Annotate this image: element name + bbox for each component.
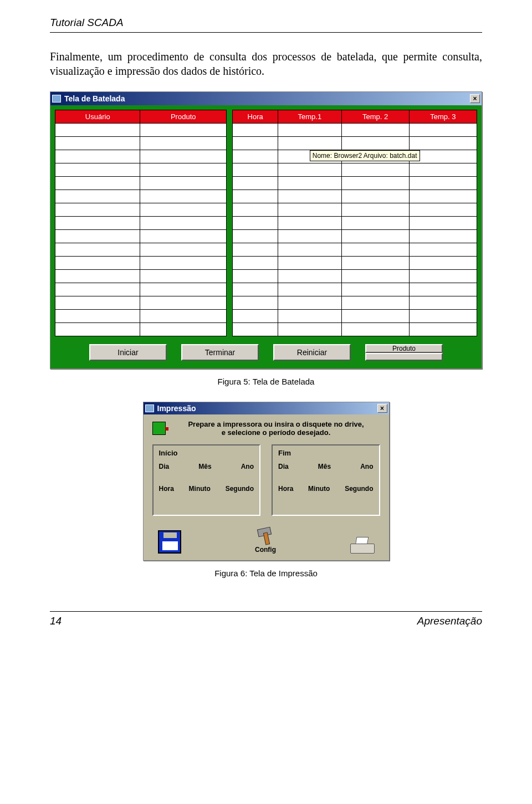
figure5-caption: Figura 5: Tela de Batelada xyxy=(50,377,482,386)
table-row xyxy=(55,150,227,163)
window-title: Impressão xyxy=(157,404,196,413)
inicio-group: Início Dia Mês Ano Hora Minuto Segundo xyxy=(152,444,261,516)
table-row xyxy=(55,270,227,283)
table-row xyxy=(55,230,227,243)
figure6-caption: Figura 6: Tela de Impressão xyxy=(50,569,482,578)
mes-label: Mês xyxy=(318,463,331,470)
window-title: Tela de Batelada xyxy=(64,94,125,103)
terminar-button[interactable]: Terminar xyxy=(181,344,259,361)
inicio-label: Início xyxy=(159,449,254,457)
produto-label: Produto xyxy=(365,344,443,353)
tela-batelada-window: Tela de Batelada × Usuário Produto xyxy=(50,91,482,369)
table-row xyxy=(55,137,227,150)
table-row xyxy=(233,163,477,177)
table-row xyxy=(233,203,477,217)
table-row: Nome: Browser2 Arquivo: batch.dat xyxy=(233,150,477,163)
ano-label: Ano xyxy=(360,463,373,470)
config-label: Config xyxy=(255,546,276,554)
minuto-label: Minuto xyxy=(308,485,330,493)
footer-section: Apresentação xyxy=(417,615,482,627)
window-icon xyxy=(52,95,61,103)
table-row xyxy=(233,124,477,137)
col-temp2[interactable]: Temp. 2 xyxy=(341,110,409,124)
segundo-label: Segundo xyxy=(226,485,254,493)
table-row xyxy=(55,243,227,257)
col-produto[interactable]: Produto xyxy=(140,110,227,124)
table-row xyxy=(55,124,227,137)
table-row xyxy=(55,283,227,296)
header-rule xyxy=(50,32,482,33)
minuto-label: Minuto xyxy=(189,485,211,493)
table-row xyxy=(55,257,227,270)
table-row xyxy=(233,230,477,243)
window-body: Prepare a impressora ou insira o disquet… xyxy=(144,414,389,560)
table-row xyxy=(233,270,477,283)
right-table: Hora Temp.1 Temp. 2 Temp. 3 Nome: Browse… xyxy=(232,110,477,336)
table-row xyxy=(55,177,227,190)
dia-label: Dia xyxy=(159,463,170,470)
produto-field[interactable]: Produto xyxy=(365,344,443,361)
table-row xyxy=(233,323,477,336)
floppy-icon[interactable] xyxy=(158,530,181,554)
table-row xyxy=(233,296,477,310)
close-button[interactable]: × xyxy=(470,94,480,103)
ano-label: Ano xyxy=(241,463,254,470)
col-hora[interactable]: Hora xyxy=(233,110,278,124)
col-temp1[interactable]: Temp.1 xyxy=(278,110,341,124)
intro-paragraph: Finalmente, um procedimento de consulta … xyxy=(50,49,482,78)
table-row xyxy=(55,217,227,230)
table-row xyxy=(233,243,477,257)
mes-label: Mês xyxy=(198,463,211,470)
doc-header: Tutorial SCADA xyxy=(50,17,482,29)
fim-group: Fim Dia Mês Ano Hora Minuto Segundo xyxy=(272,444,380,516)
segundo-label: Segundo xyxy=(345,485,373,493)
window-body: Usuário Produto xyxy=(50,105,482,368)
close-button[interactable]: × xyxy=(377,404,387,413)
printer-icon[interactable] xyxy=(350,537,375,554)
table-row xyxy=(233,217,477,230)
tooltip: Nome: Browser2 Arquivo: batch.dat xyxy=(310,150,420,161)
hammer-icon xyxy=(254,528,277,545)
setup-icon xyxy=(152,422,166,435)
config-button[interactable]: Config xyxy=(254,528,277,554)
titlebar: Impressão × xyxy=(144,402,389,414)
produto-value[interactable] xyxy=(365,353,443,361)
col-usuario[interactable]: Usuário xyxy=(55,110,140,124)
table-row xyxy=(55,310,227,323)
table-row xyxy=(233,283,477,296)
table-row xyxy=(55,203,227,217)
reiniciar-button[interactable]: Reiniciar xyxy=(273,344,351,361)
iniciar-button[interactable]: Iniciar xyxy=(89,344,167,361)
impressao-window: Impressão × Prepare a impressora ou insi… xyxy=(143,402,390,561)
page-number: 14 xyxy=(50,615,62,627)
table-row xyxy=(233,257,477,270)
table-row xyxy=(55,163,227,177)
table-row xyxy=(55,296,227,310)
hora-label: Hora xyxy=(159,485,174,493)
left-table: Usuário Produto xyxy=(55,110,227,336)
table-row xyxy=(55,190,227,203)
hora-label: Hora xyxy=(278,485,293,493)
table-row xyxy=(233,310,477,323)
table-row xyxy=(233,137,477,150)
col-temp3[interactable]: Temp. 3 xyxy=(409,110,477,124)
table-row xyxy=(55,323,227,336)
titlebar: Tela de Batelada × xyxy=(50,92,482,105)
instruction-text: Prepare a impressora ou insira o disquet… xyxy=(172,420,380,437)
fim-label: Fim xyxy=(278,449,374,457)
table-row xyxy=(233,177,477,190)
table-row xyxy=(233,190,477,203)
window-icon xyxy=(145,404,154,412)
dia-label: Dia xyxy=(278,463,289,470)
